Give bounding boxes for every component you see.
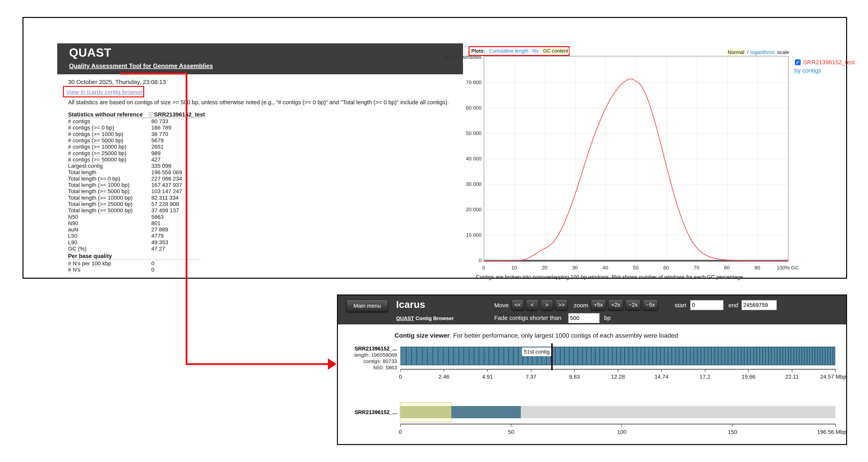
- view-selection-box[interactable]: [400, 402, 452, 422]
- stat-value: 5863: [151, 214, 163, 220]
- icarus-subtitle: QUAST Contig Browser: [396, 316, 454, 322]
- stat-label: # contigs (>= 50000 bp): [68, 157, 151, 163]
- y-tick-label: 80 000 windows: [422, 54, 482, 60]
- nx-link[interactable]: Nx: [532, 48, 538, 54]
- stat-label: Total length (>= 5000 bp): [68, 188, 151, 195]
- x-tick-label: 10: [498, 265, 530, 271]
- table-row: # contigs (>= 5000 bp)5679: [68, 137, 218, 144]
- stat-value: 227 066 234: [151, 176, 182, 182]
- stat-label: # N's: [68, 267, 151, 273]
- quast-subtitle-link[interactable]: Quality Assessment Tool for Genome Assem…: [69, 63, 213, 70]
- stats-table-body: # contigs80 733# contigs (>= 0 bp)166 78…: [68, 118, 218, 252]
- fade-contigs-label: Fade contigs shorter than: [494, 315, 561, 321]
- contig-marker[interactable]: [551, 343, 553, 370]
- gc-content-tab-active[interactable]: GC content: [542, 48, 569, 54]
- scale-logarithmic-link[interactable]: logarithmic: [750, 49, 775, 56]
- move-left-button[interactable]: <: [526, 299, 538, 310]
- axis-label: 14.74: [646, 374, 677, 380]
- track1-contigs: contigs: 80733: [342, 358, 397, 364]
- axis-label: 50: [495, 429, 527, 435]
- axis-label: 12.28: [602, 374, 634, 380]
- move-far-right-button[interactable]: >>: [555, 299, 568, 310]
- move-far-left-button[interactable]: <<: [511, 299, 524, 310]
- zoom-out-5x-button[interactable]: −5x: [643, 299, 658, 310]
- stat-label: # contigs (>= 10000 bp): [68, 144, 151, 150]
- y-tick-label: 0: [422, 257, 482, 264]
- stat-value: 989: [151, 150, 161, 157]
- zoom-in-2x-button[interactable]: +2x: [608, 299, 623, 310]
- main-menu-button[interactable]: Main menu: [346, 300, 388, 312]
- table-row: Largest contig335 098: [68, 163, 218, 169]
- stat-value: 335 098: [151, 163, 171, 169]
- per-base-quality-body: # N's per 100 kbp0# N's0: [68, 260, 218, 273]
- end-input[interactable]: [741, 300, 777, 310]
- stat-label: # contigs (>= 0 bp): [68, 125, 151, 131]
- axis-label: 0: [385, 374, 416, 380]
- stat-value: 27 889: [151, 227, 168, 233]
- axis-label: 100: [606, 429, 638, 435]
- zoom-label: zoom: [574, 302, 588, 309]
- stats-header-label: Statistics without reference: [68, 111, 143, 118]
- axis-line: [400, 424, 835, 424]
- x-tick-label: 100% GC: [772, 265, 804, 271]
- stat-value: 47.27: [151, 245, 165, 252]
- axis-tick: [574, 369, 575, 372]
- zoom-out-2x-button[interactable]: −2x: [625, 299, 641, 310]
- plots-bar: Plots: Cumulative length Nx GC content: [471, 48, 569, 54]
- stat-label: L50: [68, 233, 151, 239]
- view-in-icarus-link[interactable]: View in Icarus contig browser: [66, 89, 143, 95]
- legend-by-contigs-link[interactable]: by contigs: [795, 67, 821, 74]
- overview-midsize-region[interactable]: [451, 406, 521, 418]
- x-tick-label: 50: [620, 265, 652, 271]
- overview-small-region[interactable]: [521, 406, 835, 418]
- stat-value: 196 558 069: [151, 169, 182, 176]
- axis-tick: [400, 424, 401, 427]
- x-tick-label: 70: [681, 265, 712, 271]
- fade-contigs-input[interactable]: [568, 313, 600, 323]
- y-tick-label: 30 000: [422, 181, 482, 187]
- stat-label: Largest contig: [68, 163, 151, 169]
- stat-label: Total length (>= 50000 bp): [68, 207, 151, 213]
- cumulative-length-link[interactable]: Cumulative length: [489, 48, 528, 54]
- table-row: Total length (>= 25000 bp)57 228 908: [68, 201, 218, 207]
- table-row: # contigs (>= 10000 bp)2651: [68, 144, 218, 150]
- plot-caption: Contigs are broken into nonoverlapping 1…: [476, 274, 745, 280]
- axis-tick: [732, 424, 733, 427]
- stat-value: 49 353: [151, 239, 168, 245]
- y-tick-label: 50 000: [422, 130, 482, 136]
- axis-label: 19.66: [733, 374, 764, 380]
- quast-link[interactable]: QUAST: [396, 316, 414, 321]
- table-row: L9049 353: [68, 239, 218, 245]
- table-row: GC (%)47.27: [68, 245, 218, 252]
- bp-label: bp: [604, 315, 611, 321]
- contig-size-track[interactable]: [400, 347, 835, 365]
- x-tick-label: 20: [529, 265, 560, 271]
- legend-checkbox[interactable]: ✓: [795, 59, 801, 65]
- stat-label: N90: [68, 220, 151, 227]
- table-row: Total length (>= 50000 bp)37 499 137: [68, 207, 218, 213]
- stat-label: Total length: [68, 169, 151, 176]
- start-input[interactable]: [690, 300, 723, 310]
- table-row: auN27 889: [68, 227, 218, 233]
- axis-label: 0: [385, 429, 416, 435]
- stat-label: # contigs: [68, 118, 151, 125]
- scale-suffix: scale: [777, 49, 789, 55]
- column-grip-icon[interactable]: [149, 112, 152, 117]
- axis-tick: [622, 424, 622, 427]
- y-tick-label: 10 000: [422, 232, 482, 238]
- axis-label: 2.46: [428, 374, 460, 380]
- stat-value: 82 311 334: [151, 195, 179, 201]
- per-base-quality-header: Per base quality: [68, 253, 112, 259]
- axis-tick: [400, 369, 401, 372]
- move-right-button[interactable]: >: [540, 299, 553, 310]
- axis-label: 196.56 Mbp: [799, 429, 846, 435]
- zoom-in-5x-button[interactable]: +5x: [591, 299, 606, 310]
- axis-tick: [835, 424, 836, 427]
- x-tick-label: 80: [711, 265, 743, 271]
- quast-header: [57, 43, 463, 74]
- track1-name: SRR21396152_...: [342, 345, 397, 352]
- stat-label: auN: [68, 227, 151, 233]
- track2-name: SRR21396152_...: [342, 409, 397, 416]
- scale-normal-active: Normal: [727, 49, 745, 56]
- stat-label: N50: [68, 214, 151, 220]
